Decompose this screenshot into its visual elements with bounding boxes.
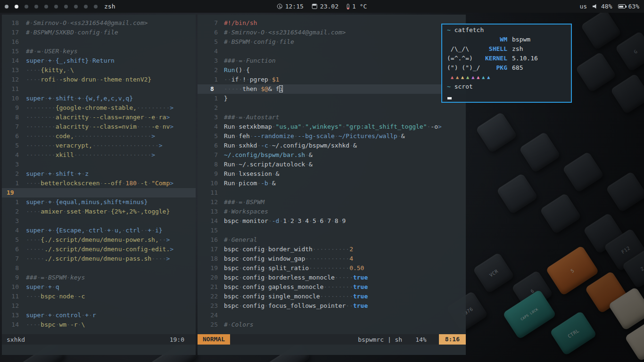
- code-line[interactable]: 10super·+·q: [2, 282, 196, 292]
- code-line[interactable]: 7#!/bin/sh: [198, 18, 466, 28]
- code-line[interactable]: 5Run·feh·--randomize·--bg-scale·~/Pictur…: [198, 132, 466, 141]
- line-number: 12: [2, 75, 19, 84]
- code-line[interactable]: 1··if·!·pgrep·$1: [198, 75, 466, 84]
- code-line[interactable]: 6Run·sxhkd·-c·~/.config/bspwm/sxhkd·&: [198, 141, 466, 150]
- code-line[interactable]: 7~/.config/bspwm/bar.sh·&: [198, 150, 466, 160]
- line-number: 9: [2, 103, 19, 113]
- workspace-dot-occupied[interactable]: [5, 5, 8, 8]
- code-line[interactable]: 25#·Colors: [198, 320, 466, 329]
- workspace-dot-empty[interactable]: [74, 5, 78, 8]
- code-line[interactable]: 8: [2, 263, 196, 273]
- code-line[interactable]: 3###·=·Function: [198, 56, 466, 66]
- code-line[interactable]: 4: [198, 47, 466, 56]
- code-line[interactable]: 24: [198, 311, 466, 320]
- code-line[interactable]: 14super·+·{_,shift}·Return: [2, 56, 196, 66]
- workspaces: [5, 5, 98, 8]
- code-line[interactable]: 20bspc·config·borderless_monocle·····tru…: [198, 273, 466, 282]
- code-line[interactable]: 7·····./.script/dmenu/dmenu-pass.sh····>: [2, 254, 196, 263]
- code-line[interactable]: 17bspc·config·border_width··········2: [198, 245, 466, 254]
- code-line[interactable]: 15##·=·USER·keys: [2, 47, 196, 56]
- code-line[interactable]: 5········veracrypt,··················>: [2, 141, 196, 150]
- code-line[interactable]: 4Run·setxkbmap·"us,ua"·",winkeys"·"grp:a…: [198, 122, 466, 132]
- code-line[interactable]: 9###·=·BSPWM·keys: [2, 273, 196, 282]
- code-line[interactable]: 2: [198, 103, 466, 113]
- code-text: super·+·{_,shift}·Return: [26, 57, 115, 64]
- code-line[interactable]: 1}: [198, 94, 466, 103]
- code-line[interactable]: 3: [2, 160, 196, 169]
- code-line[interactable]: 6········code,·····················>: [2, 132, 196, 141]
- code-line[interactable]: 5#·BSPWM·config·file: [198, 37, 466, 47]
- code-line[interactable]: 21bspc·config·gapless_monocle········tru…: [198, 282, 466, 292]
- code-line[interactable]: 4super·+·{Escape,·ctrl·+·u,·ctrl··+·i}: [2, 226, 196, 235]
- workspace-dot-empty[interactable]: [94, 5, 98, 8]
- line-number: 16: [198, 235, 218, 245]
- code-line[interactable]: 11: [2, 84, 196, 94]
- code-line[interactable]: 7········alacritty·--class=nvim····-e·nv…: [2, 122, 196, 132]
- code-text: ········alacritty·--class=ranger·-e·ra>: [26, 114, 170, 121]
- code-line[interactable]: 17#·BSPWM/SXKBD·config·file: [2, 28, 196, 37]
- code-line[interactable]: 1····betterlockscreen·--off·180·-t·"Comp…: [2, 179, 196, 188]
- code-line[interactable]: 15: [198, 226, 466, 235]
- keyboard-layout-indicator[interactable]: us: [579, 3, 587, 10]
- code-line[interactable]: 23bspc·config·focus_follows_pointer··tru…: [198, 301, 466, 311]
- code-line[interactable]: 9········{google-chrome-stable,·········…: [2, 103, 196, 113]
- line-number: 15: [2, 47, 19, 56]
- workspace-dot-focused[interactable]: [15, 5, 18, 8]
- terminal-left-sxhkd[interactable]: 18#·Smirnov-O·<ss2316544@gmail.com>17#·B…: [2, 15, 196, 355]
- workspace-dot-empty[interactable]: [54, 5, 58, 8]
- code-line[interactable]: 18#·Smirnov-O·<ss2316544@gmail.com>: [2, 18, 196, 28]
- workspace-dot-empty[interactable]: [25, 5, 28, 8]
- code-line[interactable]: 2Run()·{: [198, 66, 466, 75]
- code-line[interactable]: 10super·+·shift·+·{w,f,e,c,v,q}: [2, 94, 196, 103]
- workspace-dot-empty[interactable]: [64, 5, 68, 8]
- code-line[interactable]: 14bspc·monitor·-d·1·2·3·4·5·6·7·8·9: [198, 216, 466, 226]
- code-line[interactable]: 6#·Smirnov-O·<ss2316544@gmail.com>: [198, 28, 466, 37]
- code-text: bspc·monitor·-d·1·2·3·4·5·6·7·8·9: [224, 217, 346, 224]
- clock-icon: [277, 4, 282, 9]
- code-line[interactable]: 22bspc·config·single_monocle·········tru…: [198, 292, 466, 301]
- code-line[interactable]: 9Run·lxsession·&: [198, 169, 466, 179]
- code-line[interactable]: 18bspc·config·window_gap············4: [198, 254, 466, 263]
- floating-terminal-catfetch[interactable]: ~ catfetch WMbspwm /\_/\SHELLzsh(=^.^=)K…: [441, 24, 572, 103]
- date-module: 23.02: [312, 3, 339, 10]
- color-palette: ▲▲▲▲▲▲▲▲: [447, 73, 571, 82]
- editor-middle-buffer[interactable]: 7#!/bin/sh6#·Smirnov-O·<ss2316544@gmail.…: [198, 15, 466, 334]
- code-line[interactable]: 1super·+·{equal,minus,shift+minus}: [2, 197, 196, 207]
- workspace-dot-empty[interactable]: [44, 5, 48, 8]
- code-line-current[interactable]: 19: [2, 188, 196, 197]
- code-line-current[interactable]: 8·····then·$@&·fi: [198, 84, 466, 94]
- terminal-middle-bspwmrc[interactable]: 7#!/bin/sh6#·Smirnov-O·<ss2316544@gmail.…: [198, 15, 466, 355]
- volume-module[interactable]: 48%: [593, 3, 612, 10]
- code-line[interactable]: 6·····./.script/dmenu/dmenu-config-edit.…: [2, 245, 196, 254]
- code-line[interactable]: 5····{./.script/dmenu/dmenu-power.sh,··>: [2, 235, 196, 245]
- code-line[interactable]: 11····bspc·node·-c: [2, 292, 196, 301]
- code-line[interactable]: 4········xkill·····················>: [2, 150, 196, 160]
- code-line[interactable]: 2····amixer·sset·Master·{2%+,2%-,toggle}: [2, 207, 196, 216]
- code-line[interactable]: 2super·+·shift·+·z: [2, 169, 196, 179]
- code-line[interactable]: 13#·Workspaces: [198, 207, 466, 216]
- workspace-dot-empty[interactable]: [34, 5, 38, 8]
- code-line[interactable]: 16#·General: [198, 235, 466, 245]
- code-line[interactable]: 12: [2, 301, 196, 311]
- code-line[interactable]: 8········alacritty·--class=ranger·-e·ra>: [2, 113, 196, 122]
- code-line[interactable]: 13····{kitty,·\: [2, 66, 196, 75]
- code-line[interactable]: 16: [2, 37, 196, 47]
- code-line[interactable]: 19bspc·config·split_ratio···········0.50: [198, 263, 466, 273]
- code-line[interactable]: 11: [198, 188, 466, 197]
- code-text: bspc·config·single_monocle·········true: [224, 293, 368, 300]
- code-line[interactable]: 8Run·~/.script/autolock·&: [198, 160, 466, 169]
- code-line[interactable]: 12###·=·BSPWM: [198, 197, 466, 207]
- workspace-dot-empty[interactable]: [84, 5, 88, 8]
- editor-left-buffer[interactable]: 18#·Smirnov-O·<ss2316544@gmail.com>17#·B…: [2, 15, 196, 334]
- code-text: #·Smirnov-O·<ss2316544@gmail.com>: [26, 19, 148, 26]
- shell-prompt-line: ~ scrot: [447, 82, 571, 91]
- code-line[interactable]: 12····rofi·-show·drun·-theme·ntenV2}: [2, 75, 196, 84]
- code-line[interactable]: 10Run·picom·-b·&: [198, 179, 466, 188]
- line-number: 4: [198, 47, 218, 56]
- code-line[interactable]: 3: [2, 216, 196, 226]
- ascii-cat-art: [447, 35, 485, 44]
- code-line[interactable]: 13super·+·control·+·r: [2, 311, 196, 320]
- line-number: 11: [2, 84, 19, 94]
- code-line[interactable]: 3###·=·Autostart: [198, 113, 466, 122]
- code-line[interactable]: 14····bspc·wm·-r·\: [2, 320, 196, 329]
